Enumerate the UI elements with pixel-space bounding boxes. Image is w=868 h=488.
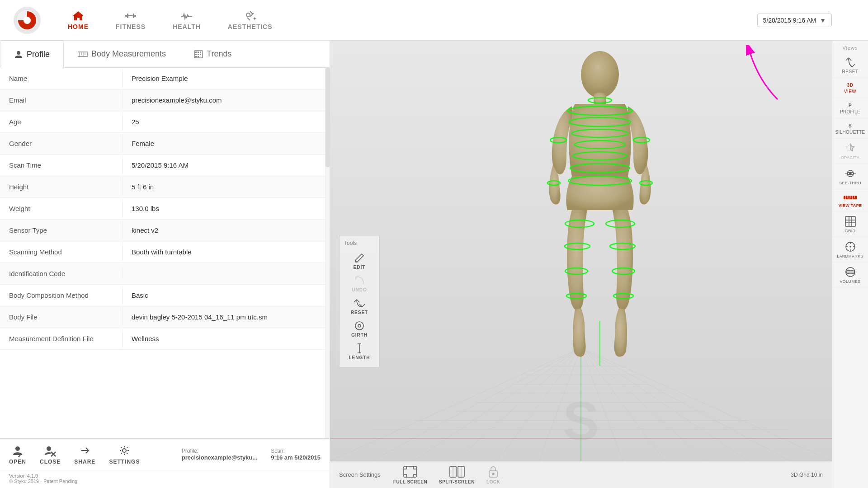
full-screen-button[interactable]: FULL SCREEN	[390, 464, 431, 486]
share-button[interactable]: SHARE	[74, 444, 95, 465]
sidebar-item-landmarks[interactable]: LANDMARKS	[832, 237, 868, 263]
open-button[interactable]: OPEN	[9, 444, 26, 465]
svg-point-85	[358, 324, 361, 327]
svg-rect-5	[133, 14, 134, 18]
svg-point-28	[15, 446, 20, 451]
svg-rect-3	[134, 15, 136, 17]
table-row: Scan Time 5/20/2015 9:16 AM	[0, 155, 330, 176]
sidebar-item-grid[interactable]: GRID	[832, 212, 868, 237]
tool-undo[interactable]: UNDO	[344, 272, 375, 295]
dropdown-arrow-icon: ▼	[820, 17, 826, 24]
app-logo	[14, 7, 41, 34]
svg-point-84	[355, 322, 363, 330]
table-row: Body Composition Method Basic	[0, 285, 330, 306]
svg-line-29	[18, 455, 20, 457]
svg-rect-2	[125, 15, 127, 17]
svg-rect-23	[195, 54, 197, 55]
svg-rect-89	[404, 466, 416, 477]
profile-table: Name Precision Example Email precisionex…	[0, 68, 330, 438]
tool-edit[interactable]: EDIT	[344, 250, 375, 272]
lock-button[interactable]: LOCK	[483, 464, 504, 486]
tools-panel: Tools EDIT UNDO	[339, 235, 380, 368]
body-figure-3d	[505, 50, 695, 366]
sidebar-item-silhouette[interactable]: S SILHOUETTE	[832, 118, 868, 139]
svg-point-1	[24, 17, 31, 24]
svg-point-100	[849, 173, 851, 174]
nav-aesthetics[interactable]: ✦ AESTHETICS	[214, 10, 286, 30]
footer-profile-info: Profile: precisionexample@styku...	[182, 448, 257, 461]
svg-rect-20	[195, 52, 197, 53]
svg-rect-24	[198, 54, 199, 55]
svg-point-30	[47, 446, 51, 451]
table-row: Gender Female	[0, 133, 330, 155]
tab-profile[interactable]: Profile	[0, 41, 64, 68]
table-row: Sensor Type kinect v2	[0, 220, 330, 241]
scan-time-dropdown[interactable]: 5/20/2015 9:16 AM ▼	[757, 14, 832, 27]
sidebar-item-3d-view[interactable]: 3D VIEW	[832, 78, 868, 98]
arrow-annotation	[741, 45, 796, 104]
svg-rect-6	[128, 15, 133, 16]
svg-rect-27	[198, 56, 199, 57]
right-sidebar: Views RESET 3D VIEW P PROFILE S SILHOUET…	[832, 41, 868, 488]
svg-point-95	[492, 473, 494, 475]
screen-settings-bar: Screen Settings FULL SCREEN	[330, 461, 832, 488]
watermark: S	[563, 389, 599, 452]
svg-point-58	[581, 51, 619, 98]
table-row: Weight 130.0 lbs	[0, 198, 330, 220]
logo-area	[9, 7, 45, 34]
svg-rect-26	[195, 56, 197, 57]
sidebar-item-profile-view[interactable]: P PROFILE	[832, 98, 868, 118]
sidebar-item-view-tape[interactable]: VIEW TAPE	[832, 189, 868, 212]
split-screen-button[interactable]: SPLIT-SCREEN	[435, 464, 478, 486]
svg-line-8	[247, 18, 250, 20]
sidebar-item-reset[interactable]: RESET	[832, 53, 868, 78]
table-row: Body File devin bagley 5-20-2015 04_16_1…	[0, 306, 330, 328]
tool-girth[interactable]: GIRTH	[344, 318, 375, 340]
views-label: Views	[842, 45, 858, 51]
tab-trends[interactable]: Trends	[180, 41, 245, 67]
close-button[interactable]: CLOSE	[40, 444, 61, 465]
tool-length[interactable]: LENGTH	[344, 340, 375, 363]
svg-point-34	[123, 449, 126, 452]
main-area: Profile Body Measurements	[0, 41, 868, 488]
top-nav: HOME FITNESS HEALTH ✦	[0, 0, 868, 41]
tool-reset[interactable]: RESET	[344, 295, 375, 318]
svg-point-9	[246, 13, 250, 17]
table-row: Identification Code	[0, 263, 330, 285]
scan-time-value: 5/20/2015 9:16 AM	[763, 17, 816, 24]
sidebar-item-volumes[interactable]: VOLUMES	[832, 263, 868, 288]
nav-items: HOME FITNESS HEALTH ✦	[54, 10, 286, 30]
settings-button[interactable]: SETTINGS	[109, 444, 140, 465]
svg-point-114	[850, 246, 851, 247]
nav-health[interactable]: HEALTH	[159, 10, 214, 30]
svg-rect-25	[200, 54, 201, 55]
table-row: Scanning Method Booth with turntable	[0, 241, 330, 263]
grid-info: 3D Grid 10 in	[791, 472, 823, 478]
viewport-3d[interactable]: S	[330, 41, 832, 488]
footer-scan-info: Scan: 9:16 am 5/20/2015	[271, 448, 321, 461]
nav-fitness[interactable]: FITNESS	[102, 10, 159, 30]
tab-body-measurements[interactable]: Body Measurements	[64, 41, 180, 67]
footer-actions: OPEN CLOSE SHARE	[0, 439, 330, 470]
version-info: Version 4.1.0 © Styku 2019 - Patent Pend…	[9, 473, 77, 484]
svg-rect-108	[845, 216, 855, 226]
table-row: Email precisionexample@styku.com	[0, 89, 330, 111]
tabs-bar: Profile Body Measurements	[0, 41, 330, 68]
table-row: Height 5 ft 6 in	[0, 176, 330, 198]
svg-rect-21	[198, 52, 199, 53]
sidebar-item-see-thru[interactable]: SEE-THRU	[832, 164, 868, 189]
svg-rect-4	[127, 14, 128, 18]
svg-point-12	[17, 51, 20, 55]
svg-text:✦: ✦	[253, 16, 256, 21]
nav-home[interactable]: HOME	[54, 10, 102, 30]
svg-line-7	[250, 11, 253, 14]
table-row: Name Precision Example	[0, 68, 330, 89]
table-row: Measurement Definition File Wellness	[0, 328, 330, 350]
svg-rect-13	[78, 52, 88, 56]
table-row: Age 25	[0, 111, 330, 133]
svg-rect-22	[200, 52, 201, 53]
left-panel: Profile Body Measurements	[0, 41, 330, 488]
left-footer: OPEN CLOSE SHARE	[0, 438, 330, 488]
sidebar-item-opacity[interactable]: OPACITY	[832, 139, 868, 164]
